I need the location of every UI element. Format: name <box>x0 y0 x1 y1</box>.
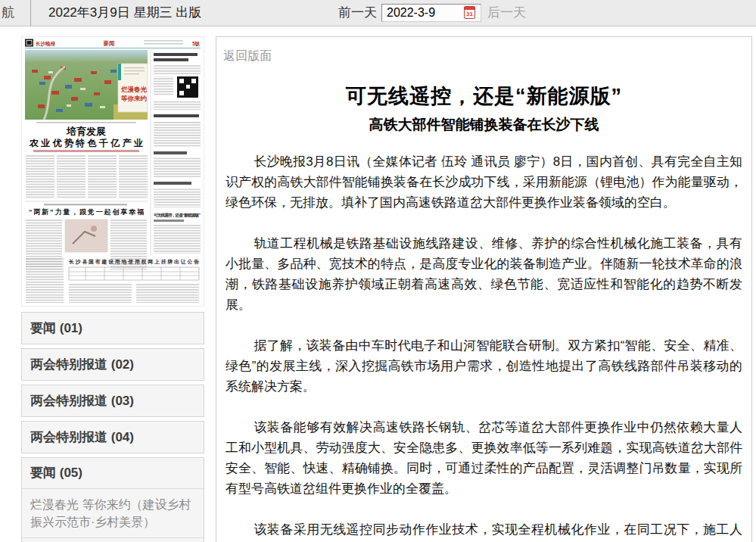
nav-item-partial[interactable]: 航 <box>2 0 14 26</box>
topbar-divider <box>30 0 31 26</box>
article-paragraph: 长沙晚报3月8日讯（全媒体记者 伍玲 通讯员 廖宁）8日，国内首创、具有完全自主… <box>226 151 742 213</box>
photo-overlay-box: 烂漫春光 等你来约 <box>118 64 148 112</box>
sidebar-item-lianghui-04[interactable]: 两会特别报道 (04) <box>21 421 204 453</box>
newspaper-page-image: 长沙晚报 要闻 5版 <box>21 36 204 307</box>
back-to-page-link[interactable]: 返回版面 <box>223 48 272 64</box>
thumbnail-headline-line1: 培育发展 <box>66 126 106 137</box>
calendar-icon-day: 31 <box>465 10 474 18</box>
sidebar-section-group: 要闻 (05) 烂漫春光 等你来约（建设乡村振兴示范市·乡村美景） 培育发展农业… <box>21 457 204 542</box>
sidebar-article-link-1[interactable]: 烂漫春光 等你来约（建设乡村振兴示范市·乡村美景） <box>22 488 204 537</box>
article-body: 长沙晚报3月8日讯（全媒体记者 伍玲 通讯员 廖宁）8日，国内首创、具有完全自主… <box>226 151 742 542</box>
article-title: 可无线遥控，还是“新能源版” <box>216 83 751 110</box>
next-day-button[interactable]: 后一天 <box>487 0 526 26</box>
masthead-title: 长沙晚报 <box>35 41 56 47</box>
sidebar-item-yaowen-01[interactable]: 要闻 (01) <box>21 312 204 344</box>
sidebar-item-lianghui-03[interactable]: 两会特别报道 (03) <box>21 385 204 417</box>
photo-box-text-line1: 烂漫春光 <box>120 86 148 93</box>
thumbnail-page-number: 5版 <box>192 41 201 47</box>
sidebar: 长沙晚报 要闻 5版 <box>21 36 204 542</box>
qr-code <box>177 76 198 98</box>
thumbnail-right-headline: 可无线遥控，还是“新能源版” <box>154 213 201 218</box>
publication-date-label: 2022年3月9日 星期三 出版 <box>48 0 201 26</box>
top-navigation-bar: 航 2022年3月9日 星期三 出版 前一天 31 后一天 <box>0 0 756 26</box>
previous-day-button[interactable]: 前一天 <box>338 0 377 26</box>
article-subtitle: 高铁大部件智能铺换装备在长沙下线 <box>216 115 751 135</box>
sidebar-item-yaowen-05[interactable]: 要闻 (05) <box>22 458 204 488</box>
article-paragraph: 该装备能够有效解决高速铁路长钢轨、岔芯等道岔大部件更换作业中仍然依赖大量人工和小… <box>226 417 742 499</box>
article-paragraph: 轨道工程机械是铁路基础设施线路建设、维修、养护的综合性机械化施工装备，具有小批量… <box>226 233 742 315</box>
sidebar-item-lianghui-02[interactable]: 两会特别报道 (02) <box>21 348 204 381</box>
calendar-icon[interactable]: 31 <box>464 6 475 19</box>
article-paragraph: 该装备采用无线遥控同步动作作业技术，实现全程机械化作业，在同工况下，施工人员较行… <box>226 519 742 542</box>
article-panel: 返回版面 可无线遥控，还是“新能源版” 高铁大部件智能铺换装备在长沙下线 长沙晚… <box>216 36 752 542</box>
article-paragraph: 据了解，该装备由中车时代电子和山河智能联合研制。双方紧扣“智能、安全、精准、绿色… <box>226 335 742 397</box>
thumbnail-section-label: 要闻 <box>103 40 115 47</box>
sidebar-article-link-2[interactable]: 培育发展农业优势特色千亿产业 <box>22 537 204 542</box>
photo-box-text-line2: 等你来约 <box>120 95 148 102</box>
thumbnail-mid-photo <box>65 220 107 252</box>
newspaper-page-thumbnail[interactable]: 长沙晚报 要闻 5版 <box>21 36 204 307</box>
